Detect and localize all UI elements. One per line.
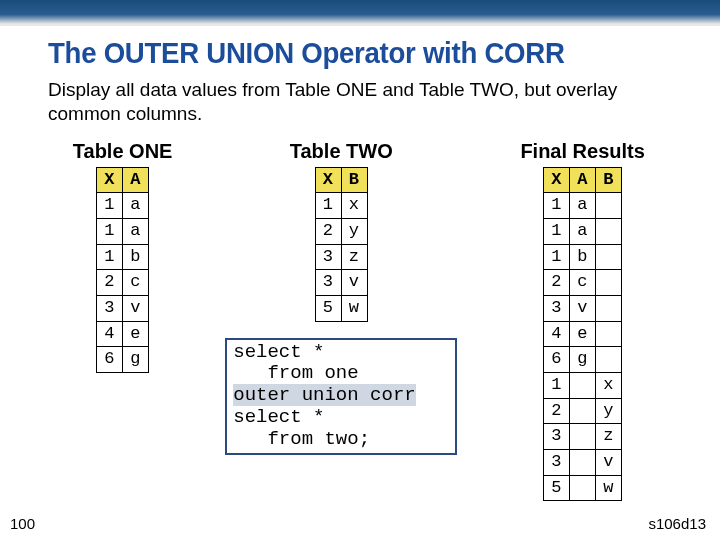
column-table-one: Table ONE X A 1a 1a 1b 2c 3v 4e 6g (48, 140, 197, 374)
table-row: 5w (544, 475, 622, 501)
table-row: 3z (315, 244, 367, 270)
table-row: 1b (544, 244, 622, 270)
col-header: X (544, 167, 570, 193)
table-row: 4e (97, 321, 149, 347)
content-columns: Table ONE X A 1a 1a 1b 2c 3v 4e 6g Table… (48, 140, 680, 502)
table-header-row: X A (97, 167, 149, 193)
table-two-label: Table TWO (225, 140, 457, 163)
column-final-results: Final Results X A B 1a 1a 1b 2c 3v 4e 6g… (485, 140, 680, 502)
table-row: 2y (315, 218, 367, 244)
table-row: 3z (544, 424, 622, 450)
col-header: A (570, 167, 596, 193)
table-row: 2c (544, 270, 622, 296)
table-row: 1a (97, 193, 149, 219)
table-row: 1b (97, 244, 149, 270)
table-row: 1a (544, 218, 622, 244)
table-row: 3v (97, 295, 149, 321)
table-final-results: X A B 1a 1a 1b 2c 3v 4e 6g 1x 2y 3z 3v 5… (543, 167, 622, 502)
sql-code-block: select * from one outer union corr selec… (225, 338, 457, 455)
table-row: 3v (315, 270, 367, 296)
col-header: X (315, 167, 341, 193)
code-line-highlight: outer union corr (233, 384, 415, 406)
col-header: X (97, 167, 123, 193)
slide-title: The OUTER UNION Operator with CORR (48, 36, 629, 70)
table-header-row: X B (315, 167, 367, 193)
table-row: 1x (544, 373, 622, 399)
col-header: B (596, 167, 622, 193)
code-line: select * (233, 406, 324, 428)
header-bar (0, 0, 720, 26)
table-row: 6g (544, 347, 622, 373)
table-row: 1x (315, 193, 367, 219)
code-line: from one (233, 362, 358, 384)
column-table-two: Table TWO X B 1x 2y 3z 3v 5w select * fr… (225, 140, 457, 455)
table-row: 3v (544, 450, 622, 476)
table-row: 1a (544, 193, 622, 219)
col-header: A (123, 167, 149, 193)
slide-id: s106d13 (648, 515, 706, 532)
table-one: X A 1a 1a 1b 2c 3v 4e 6g (96, 167, 149, 374)
table-two: X B 1x 2y 3z 3v 5w (315, 167, 368, 322)
table-row: 1a (97, 218, 149, 244)
table-row: 4e (544, 321, 622, 347)
final-results-label: Final Results (485, 140, 680, 163)
table-row: 6g (97, 347, 149, 373)
table-row: 3v (544, 295, 622, 321)
table-row: 2c (97, 270, 149, 296)
code-line: select * (233, 341, 324, 363)
col-header: B (341, 167, 367, 193)
slide-subtitle: Display all data values from Table ONE a… (48, 78, 680, 126)
table-row: 2y (544, 398, 622, 424)
page-number: 100 (10, 515, 35, 532)
table-header-row: X A B (544, 167, 622, 193)
table-row: 5w (315, 295, 367, 321)
code-line: from two; (233, 428, 370, 450)
table-one-label: Table ONE (48, 140, 197, 163)
